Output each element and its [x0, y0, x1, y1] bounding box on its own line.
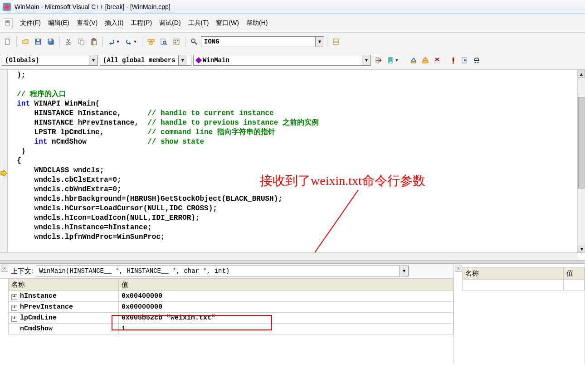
separator: [142, 37, 142, 47]
dropdown-arrow-icon[interactable]: ▼: [89, 55, 98, 65]
new-file-button[interactable]: [2, 36, 14, 48]
col-value-header[interactable]: 值: [564, 268, 585, 280]
scroll-down-arrow-icon[interactable]: ▼: [578, 245, 585, 253]
vertical-scrollbar[interactable]: ▲ ▼: [577, 70, 585, 253]
separator: [327, 37, 327, 47]
horizontal-scrollbar[interactable]: [0, 252, 578, 260]
svg-rect-2: [6, 22, 9, 23]
scope-combo[interactable]: (Globals) ▼: [2, 55, 98, 66]
watch-grid[interactable]: 名称 值: [462, 267, 585, 290]
table-row[interactable]: +hInstance0x00400000: [9, 291, 453, 302]
workspace-button[interactable]: [145, 36, 157, 48]
col-name-header[interactable]: 名称: [9, 279, 119, 291]
table-row[interactable]: [463, 280, 585, 290]
menu-debug[interactable]: 调试(D): [156, 18, 184, 29]
menu-insert[interactable]: 插入(I): [101, 18, 127, 29]
separator: [403, 55, 403, 65]
horizontal-splitter[interactable]: [0, 260, 585, 264]
stop-build-button[interactable]: [431, 54, 443, 66]
svg-rect-42: [434, 61, 440, 63]
window-title: WinMain - Microsoft Visual C++ [break] -…: [15, 3, 171, 10]
bookmark-button[interactable]: ▼: [385, 54, 401, 66]
panel-close-button[interactable]: ×: [1, 265, 8, 272]
separator: [185, 37, 185, 47]
scroll-up-arrow-icon[interactable]: ▲: [578, 70, 585, 78]
svg-rect-39: [423, 61, 428, 63]
expand-icon[interactable]: +: [11, 305, 17, 311]
tile-button[interactable]: [330, 36, 342, 48]
scrollbar-thumb[interactable]: [578, 97, 585, 189]
build-button[interactable]: [419, 54, 431, 66]
title-bar: WinMain - Microsoft Visual C++ [break] -…: [0, 0, 585, 14]
svg-marker-37: [411, 58, 416, 61]
var-name: hPrevInstance: [20, 303, 73, 311]
menu-view[interactable]: 查看(V): [73, 18, 102, 29]
context-label: 上下文:: [11, 267, 33, 276]
expand-icon[interactable]: +: [11, 294, 17, 300]
goto-button[interactable]: [373, 54, 385, 66]
context-combo[interactable]: WinMain(HINSTANCE__ *, HINSTANCE__ *, ch…: [36, 266, 409, 276]
resource-button[interactable]: [171, 36, 182, 48]
svg-point-11: [66, 43, 68, 45]
dropdown-arrow-icon[interactable]: ▼: [362, 55, 370, 65]
variables-panel: × 上下文: WinMain(HINSTANCE__ *, HINSTANCE_…: [0, 264, 454, 363]
paste-button[interactable]: [88, 36, 100, 48]
col-name-header[interactable]: 名称: [463, 268, 564, 280]
function-combo[interactable]: WinMain ▼: [193, 55, 371, 66]
separator: [445, 55, 445, 65]
document-icon[interactable]: [3, 18, 13, 28]
find-button[interactable]: [188, 36, 200, 48]
breakpoint-button[interactable]: [471, 54, 483, 66]
grid-header-row: 名称 值: [9, 279, 453, 291]
svg-marker-52: [1, 170, 7, 176]
variables-grid[interactable]: 名称 值 +hInstance0x00400000 +hPrevInstance…: [8, 279, 453, 334]
table-row[interactable]: +lpCmdLine0x005b52cb "weixin.txt": [9, 313, 453, 324]
function-combo-text: WinMain: [194, 57, 232, 64]
copy-button[interactable]: [75, 36, 87, 48]
menu-tools[interactable]: 工具(T): [185, 18, 213, 29]
col-value-header[interactable]: 值: [119, 279, 453, 291]
expand-icon[interactable]: +: [11, 316, 17, 322]
svg-rect-0: [5, 20, 10, 26]
menu-window[interactable]: 窗口(W): [212, 18, 243, 29]
var-value: 1: [119, 324, 453, 334]
undo-button[interactable]: ▼: [106, 36, 122, 48]
execute-button[interactable]: [447, 54, 459, 66]
save-all-button[interactable]: [45, 36, 57, 48]
menu-bar: 文件(F) 编辑(E) 查看(V) 插入(I) 工程(P) 调试(D) 工具(T…: [0, 14, 585, 33]
table-row[interactable]: nCmdShow1: [9, 324, 453, 334]
svg-rect-20: [148, 39, 151, 42]
svg-rect-28: [177, 40, 178, 41]
svg-point-30: [191, 39, 195, 43]
watch-panel: × 名称 值: [454, 264, 585, 363]
redo-button[interactable]: ▼: [123, 36, 139, 48]
svg-rect-7: [36, 42, 40, 44]
cut-button[interactable]: [63, 36, 74, 48]
menu-edit[interactable]: 编辑(E): [44, 18, 73, 29]
dropdown-arrow-icon[interactable]: ▼: [178, 55, 187, 65]
code-content[interactable]: ); // 程序的入口 int WINAPI WinMain( HINSTANC…: [8, 71, 577, 242]
svg-rect-14: [80, 40, 84, 45]
menu-project[interactable]: 工程(P): [127, 18, 156, 29]
find-in-files-button[interactable]: [158, 36, 170, 48]
variables-grid-wrap: 名称 值 +hInstance0x00400000 +hPrevInstance…: [0, 279, 453, 363]
editor-gutter[interactable]: [0, 70, 8, 260]
save-button[interactable]: [32, 36, 44, 48]
members-combo[interactable]: (All global members ▼: [100, 55, 191, 66]
execution-pointer-icon: [0, 169, 7, 177]
var-value: 0x00000000: [119, 302, 453, 313]
find-combo[interactable]: IONG ▼: [201, 36, 324, 47]
dropdown-arrow-icon[interactable]: ▼: [315, 37, 324, 47]
separator: [102, 37, 103, 47]
table-row[interactable]: +hPrevInstance0x00000000: [9, 302, 453, 313]
var-name: nCmdShow: [20, 325, 53, 333]
var-value: 0x00400000: [119, 291, 453, 302]
go-button[interactable]: [459, 54, 471, 66]
svg-line-31: [195, 42, 197, 44]
dropdown-arrow-icon[interactable]: ▼: [400, 266, 408, 276]
open-file-button[interactable]: [20, 36, 31, 48]
code-editor[interactable]: ); // 程序的入口 int WINAPI WinMain( HINSTANC…: [0, 70, 585, 260]
compile-button[interactable]: [408, 54, 419, 66]
menu-help[interactable]: 帮助(H): [243, 18, 271, 29]
menu-file[interactable]: 文件(F): [16, 18, 44, 29]
